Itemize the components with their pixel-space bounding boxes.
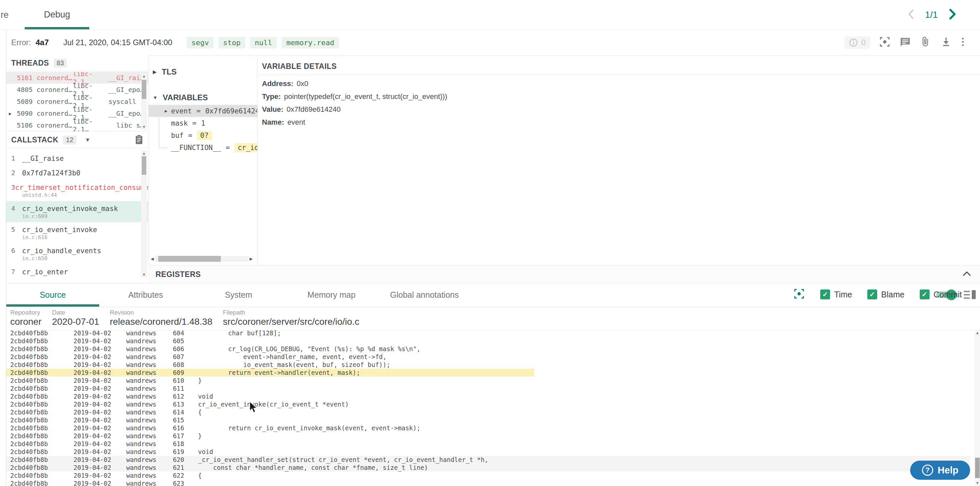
scroll-up-icon[interactable]: ▲ (141, 151, 147, 156)
tls-section-toggle[interactable]: ▶ TLS (153, 67, 177, 76)
scroll-up-icon[interactable]: ▲ (974, 330, 980, 335)
expand-icon[interactable]: ▶ (9, 111, 17, 116)
blame-commit[interactable]: 2cbd40fb8b (10, 353, 48, 360)
scrollbar-thumb[interactable] (975, 457, 980, 478)
error-id[interactable]: 4a7 (36, 38, 49, 47)
annotation-count: 0 (861, 38, 865, 47)
scrollbar-thumb[interactable] (142, 156, 146, 175)
bottom-tab[interactable]: Source (6, 283, 99, 307)
expand-icon[interactable]: ▶ (165, 108, 167, 113)
scroll-right-icon[interactable]: ▶ (248, 257, 254, 261)
prev-page-button[interactable] (907, 8, 915, 21)
checkbox-checked-icon[interactable]: ✓ (820, 290, 830, 300)
error-tag[interactable]: stop (218, 37, 245, 48)
bottom-tab[interactable]: System (192, 283, 285, 307)
blame-commit[interactable]: 2cbd40fb8b (10, 361, 48, 368)
scroll-down-icon[interactable]: ▼ (141, 124, 147, 129)
variable-details-panel: VARIABLE DETAILS Address: 0x0 Type: poin… (257, 56, 980, 265)
blame-commit[interactable]: 2cbd40fb8b (10, 480, 48, 486)
thread-row[interactable]: ▶ 5106 coronerd… libc-2.1… libc s… (6, 120, 148, 131)
variable-row[interactable]: ▶ mask = 1 (148, 117, 257, 129)
copy-callstack-icon[interactable] (134, 134, 144, 146)
download-icon[interactable] (940, 36, 952, 49)
source-scrollbar[interactable]: ▲ ▼ (974, 330, 980, 486)
attachment-icon[interactable] (920, 36, 932, 49)
active-tab-underline (25, 27, 89, 29)
help-label: Help (938, 465, 959, 476)
checkbox[interactable]: ✓ Time (820, 290, 852, 300)
code-text: void (198, 393, 213, 400)
variable-details-title: VARIABLE DETAILS (262, 62, 337, 71)
checkbox-checked-icon[interactable]: ✓ (867, 290, 877, 300)
blame-commit[interactable]: 2cbd40fb8b (10, 408, 48, 416)
variable-row[interactable]: ▶ event = 0x7fd69e614240 (148, 105, 257, 117)
error-tag[interactable]: segv (187, 37, 213, 48)
scrollbar-thumb[interactable] (142, 80, 146, 99)
callstack-frame[interactable]: 3 cr_timerset_notification_consume unist… (6, 180, 148, 201)
layout-list-icon[interactable] (964, 290, 976, 300)
callstack-filter-caret-icon[interactable]: ▼ (85, 137, 91, 143)
frame-function: cr_io_event_invoke (22, 226, 97, 234)
line-number: 611 (164, 385, 184, 392)
comment-icon[interactable] (899, 36, 911, 49)
callstack-frame[interactable]: 7 cr_io_enter (6, 265, 148, 279)
error-tag[interactable]: memory.read (282, 37, 339, 48)
focus-line-icon[interactable] (793, 288, 805, 301)
blame-commit[interactable]: 2cbd40fb8b (10, 424, 48, 432)
blame-commit[interactable]: 2cbd40fb8b (10, 432, 48, 440)
scrollbar-thumb[interactable] (158, 256, 221, 262)
blame-commit[interactable]: 2cbd40fb8b (10, 337, 48, 344)
variable-row[interactable]: ▶ buf = 0? (148, 129, 257, 142)
code-text: cr_log(CR_LOG_DEBUG, "Event (%s): %p %d … (198, 345, 420, 352)
info-count-badge[interactable]: 0 (844, 36, 870, 49)
tab-partial-left[interactable]: re (1, 10, 9, 20)
checkbox-checked-icon[interactable]: ✓ (920, 290, 929, 300)
bottom-tab[interactable]: Attributes (99, 283, 192, 307)
variables-horizontal-scrollbar[interactable]: ◀ ▶ (150, 255, 254, 263)
callstack-frame[interactable]: 1 __GI_raise (6, 151, 148, 166)
expand-right-icon[interactable]: ▶ (153, 69, 156, 75)
callstack-frame[interactable]: 4 cr_io_event_invoke_mask io.c:609 (6, 201, 148, 222)
next-page-button[interactable] (948, 8, 957, 22)
blame-date: 2019-04-02 (73, 385, 111, 392)
blame-commit[interactable]: 2cbd40fb8b (10, 464, 48, 471)
bottom-tab[interactable]: Memory map (285, 283, 378, 307)
tab-debug[interactable]: Debug (25, 0, 89, 29)
expand-down-icon[interactable]: ▼ (153, 95, 158, 100)
variables-section-toggle[interactable]: ▼ VARIABLES (153, 93, 208, 102)
checkbox[interactable]: ✓ Blame (867, 290, 905, 300)
bottom-tab[interactable]: Global annotations (378, 283, 471, 307)
threads-scrollbar[interactable]: ▲ ▼ (141, 73, 147, 130)
checkbox[interactable]: ✓ Commit (920, 290, 962, 300)
blame-commit[interactable]: 2cbd40fb8b (10, 440, 48, 448)
scrollbar-track[interactable] (155, 256, 248, 262)
blame-commit[interactable]: 2cbd40fb8b (10, 330, 48, 337)
scroll-up-icon[interactable]: ▲ (141, 74, 147, 78)
scroll-down-icon[interactable]: ▼ (974, 481, 980, 485)
collapse-chevron-icon[interactable] (961, 270, 972, 278)
blame-commit[interactable]: 2cbd40fb8b (10, 377, 48, 384)
blame-commit[interactable]: 2cbd40fb8b (10, 448, 48, 455)
more-icon[interactable] (961, 36, 965, 49)
blame-commit[interactable]: 2cbd40fb8b (10, 345, 48, 352)
blame-commit[interactable]: 2cbd40fb8b (10, 456, 48, 463)
scroll-down-icon[interactable]: ▼ (141, 272, 147, 277)
blame-commit[interactable]: 2cbd40fb8b (10, 369, 48, 376)
blame-commit[interactable]: 2cbd40fb8b (10, 416, 48, 424)
metadata-value: src/coroner/server/src/core/io/io.c (223, 317, 360, 327)
blame-commit[interactable]: 2cbd40fb8b (10, 472, 48, 479)
blame-commit[interactable]: 2cbd40fb8b (10, 385, 48, 392)
help-button[interactable]: ? Help (910, 461, 970, 480)
callstack-scrollbar[interactable]: ▲ ▼ (141, 150, 147, 277)
callstack-frame[interactable]: 2 0x7fd7a124f3b0 (6, 166, 148, 180)
focus-icon[interactable] (879, 36, 891, 49)
line-number: 623 (164, 480, 184, 486)
blame-commit[interactable]: 2cbd40fb8b (10, 393, 48, 400)
error-tag[interactable]: null (250, 37, 277, 48)
blame-commit[interactable]: 2cbd40fb8b (10, 401, 48, 408)
scroll-left-icon[interactable]: ◀ (150, 257, 155, 261)
blame-date: 2019-04-02 (73, 456, 111, 463)
callstack-frame[interactable]: 6 cr_io_handle_events io.c:650 (6, 243, 148, 265)
frame-function: cr_io_enter (22, 268, 68, 276)
callstack-frame[interactable]: 5 cr_io_event_invoke io.c:616 (6, 222, 148, 243)
